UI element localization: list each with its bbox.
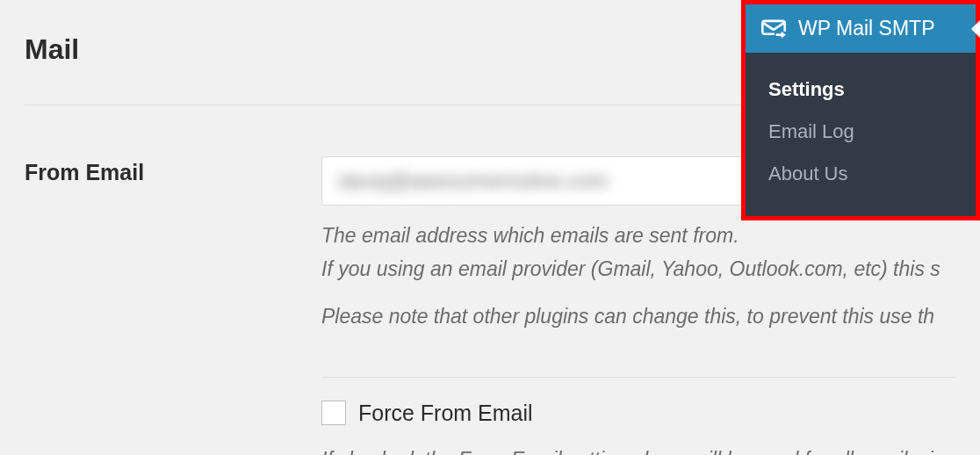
flyout-pointer-icon	[971, 20, 980, 38]
flyout-items: Settings Email Log About Us	[746, 53, 976, 216]
wp-mail-smtp-flyout: WP Mail SMTP Settings Email Log About Us	[741, 0, 980, 220]
from-email-value: davej@awesomemotive.com	[338, 169, 608, 193]
from-email-note: Please note that other plugins can chang…	[321, 302, 955, 330]
force-from-email-label: Force From Email	[358, 401, 533, 426]
force-from-email-row: Force From Email	[321, 401, 955, 426]
from-email-desc-1: The email address which emails are sent …	[321, 221, 955, 249]
flyout-header[interactable]: WP Mail SMTP	[746, 4, 976, 53]
force-from-email-desc: If checked, the From Email setting above…	[321, 445, 955, 455]
force-from-email-checkbox[interactable]	[321, 401, 346, 425]
from-email-desc-2: If you using an email provider (Gmail, Y…	[321, 255, 955, 283]
field-divider	[321, 377, 955, 378]
mail-send-icon	[761, 18, 786, 40]
flyout-title: WP Mail SMTP	[798, 17, 934, 40]
flyout-item-settings[interactable]: Settings	[746, 69, 976, 111]
from-email-label: From Email	[25, 156, 321, 455]
flyout-item-email-log[interactable]: Email Log	[746, 111, 976, 153]
flyout-item-about-us[interactable]: About Us	[746, 153, 976, 195]
